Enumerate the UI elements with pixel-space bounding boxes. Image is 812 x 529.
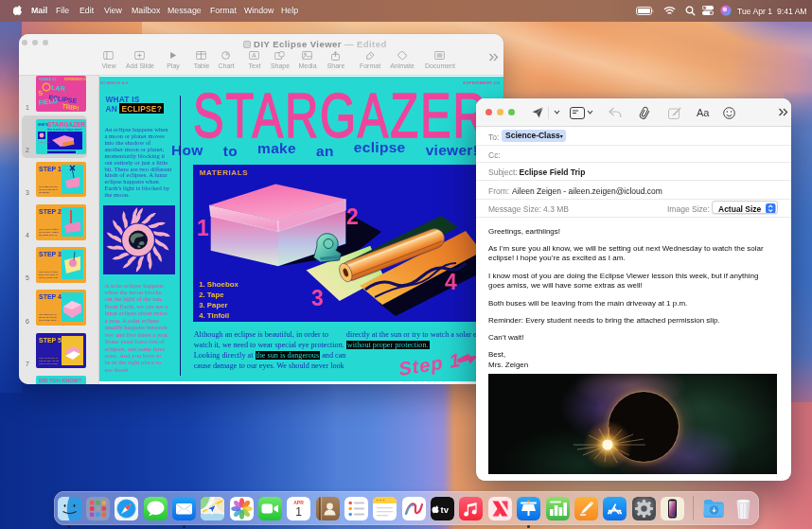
svg-text:the box, across from: the box, across from: [39, 276, 58, 279]
svg-text:How to make an eclipse viewer!: How to make an eclipse viewer!: [47, 127, 82, 131]
svg-text:STARGAZER: STARGAZER: [47, 121, 85, 128]
svg-text:3: 3: [311, 286, 324, 310]
svg-text:TRIP!: TRIP!: [62, 103, 79, 112]
svg-text:face with the tinfoil: face with the tinfoil: [39, 319, 57, 322]
svg-text:pin, punch a hole in: pin, punch a hole in: [39, 234, 58, 237]
svg-text:1: 1: [197, 216, 209, 240]
svg-text:STEP 2:: STEP 2:: [39, 208, 63, 215]
svg-text:APR: APR: [294, 499, 305, 504]
svg-text:EXPERIMENT #11: EXPERIMENT #11: [64, 78, 86, 81]
svg-text:DID YOU KNOW?: DID YOU KNOW?: [39, 378, 82, 383]
svg-text:S: S: [38, 90, 44, 97]
svg-text:A solar eclipse: A solar eclipse: [38, 141, 50, 143]
svg-text:4: 4: [445, 270, 457, 294]
svg-text:STEP 3:: STEP 3:: [39, 251, 63, 257]
svg-text:SCIENCE 4.2: SCIENCE 4.2: [39, 78, 57, 81]
svg-text:tv: tv: [441, 503, 450, 514]
svg-text:FIELD: FIELD: [38, 97, 58, 106]
svg-text:STEP 4:: STEP 4:: [39, 293, 63, 300]
svg-text:1: 1: [295, 505, 302, 519]
svg-text:STEP 5:: STEP 5:: [39, 337, 63, 344]
svg-text:STEP 1:: STEP 1:: [39, 166, 63, 172]
svg-text:2: 2: [346, 204, 359, 229]
svg-text:LAR: LAR: [51, 84, 65, 92]
svg-text:the shoebox.: the shoebox.: [39, 191, 50, 194]
svg-text:A: A: [252, 52, 256, 59]
svg-text:WHAT IS: WHAT IS: [38, 122, 48, 126]
svg-text:watch it safely inside: watch it safely inside: [39, 362, 58, 365]
